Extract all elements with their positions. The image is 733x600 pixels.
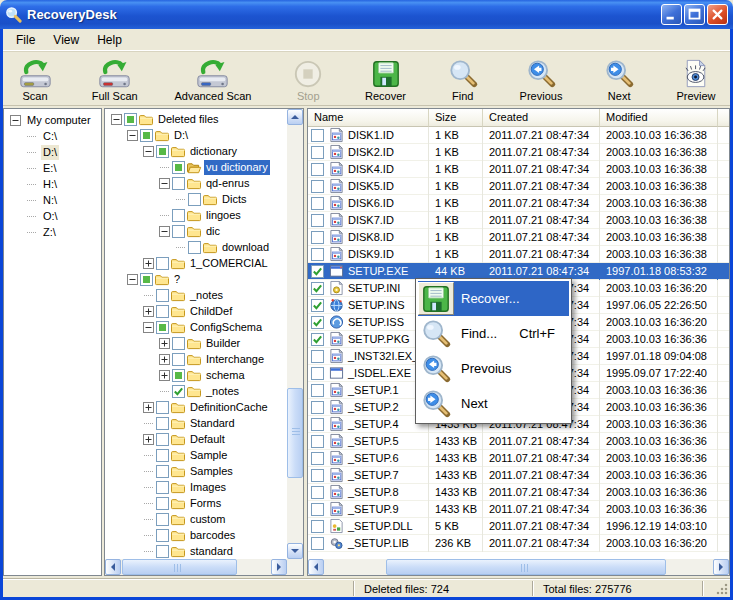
folder-item-standard[interactable]: standard — [105, 543, 287, 559]
folder-item-dictionary[interactable]: dictionary — [105, 143, 287, 159]
folder-item-dicts[interactable]: Dicts — [105, 191, 287, 207]
folder-checkbox[interactable] — [156, 545, 169, 558]
column-header-spacer[interactable] — [718, 109, 729, 127]
folder-checkbox[interactable] — [156, 513, 169, 526]
folder-item-1-comercial[interactable]: 1_COMERCIAL — [105, 255, 287, 271]
drive-item-c[interactable]: C:\ — [4, 128, 101, 144]
folder-checkbox[interactable] — [156, 289, 169, 302]
folder-checkbox[interactable] — [124, 113, 137, 126]
folders-vertical-scrollbar[interactable] — [287, 109, 303, 559]
file-row-disk6-id[interactable]: DISK6.ID1 KB2011.07.21 08:47:342003.10.0… — [308, 195, 729, 212]
context-menu-item-find[interactable]: Find...Ctrl+F — [418, 316, 569, 351]
folder-item-definitioncache[interactable]: DefinitionCache — [105, 399, 287, 415]
folder-item-childdef[interactable]: ChildDef — [105, 303, 287, 319]
folder-checkbox[interactable] — [156, 417, 169, 430]
folder-checkbox[interactable] — [140, 273, 153, 286]
folders-horizontal-scrollbar[interactable] — [105, 559, 287, 575]
file-row-disk2-id[interactable]: DISK2.ID1 KB2011.07.21 08:47:342003.10.0… — [308, 144, 729, 161]
folder-checkbox[interactable] — [172, 337, 185, 350]
folder-checkbox[interactable] — [172, 209, 185, 222]
folder-item-configschema[interactable]: ConfigSchema — [105, 319, 287, 335]
drive-item-e[interactable]: E:\ — [4, 160, 101, 176]
folder-item-standard[interactable]: Standard — [105, 415, 287, 431]
scroll-right-button[interactable] — [713, 559, 729, 575]
file-checkbox[interactable] — [311, 282, 324, 295]
file-checkbox[interactable] — [311, 350, 324, 363]
folder-checkbox[interactable] — [172, 353, 185, 366]
drive-item-o[interactable]: O:\ — [4, 208, 101, 224]
file-checkbox[interactable] — [311, 214, 324, 227]
folder-item-interchange[interactable]: Interchange — [105, 351, 287, 367]
file-checkbox[interactable] — [311, 316, 324, 329]
maximize-button[interactable] — [684, 4, 705, 25]
folder-checkbox[interactable] — [172, 161, 185, 174]
drive-item-n[interactable]: N:\ — [4, 192, 101, 208]
toolbar-button-previous[interactable]: Previous — [520, 56, 563, 102]
folder-item-item[interactable]: ? — [105, 271, 287, 287]
folder-item-default[interactable]: Default — [105, 431, 287, 447]
file-checkbox[interactable] — [311, 418, 324, 431]
folder-checkbox[interactable] — [156, 481, 169, 494]
close-button[interactable] — [707, 4, 728, 25]
folder-checkbox[interactable] — [156, 321, 169, 334]
file-checkbox[interactable] — [311, 435, 324, 448]
folder-item-schema[interactable]: schema — [105, 367, 287, 383]
tree-item-my-computer[interactable]: My computer — [4, 112, 101, 128]
file-checkbox[interactable] — [311, 197, 324, 210]
folder-item-builder[interactable]: Builder — [105, 335, 287, 351]
toolbar-button-next[interactable]: Next — [599, 56, 639, 102]
folder-item-deleted-files[interactable]: Deleted files — [105, 111, 287, 127]
folder-checkbox[interactable] — [172, 225, 185, 238]
folder-checkbox[interactable] — [156, 305, 169, 318]
file-checkbox[interactable] — [311, 129, 324, 142]
folder-checkbox[interactable] — [156, 529, 169, 542]
folder-checkbox[interactable] — [172, 177, 185, 190]
file-row-setup-6[interactable]: _SETUP.61433 KB2011.07.21 08:47:342003.1… — [308, 450, 729, 467]
folder-checkbox[interactable] — [172, 369, 185, 382]
titlebar[interactable]: RecoveryDesk — [0, 0, 733, 29]
scroll-up-button[interactable] — [287, 109, 303, 125]
context-menu-item-next[interactable]: Next — [418, 386, 569, 421]
file-row-disk4-id[interactable]: DISK4.ID1 KB2011.07.21 08:47:342003.10.0… — [308, 161, 729, 178]
menu-file[interactable]: File — [7, 30, 44, 50]
column-header-size[interactable]: Size — [429, 109, 483, 127]
folder-checkbox[interactable] — [172, 385, 185, 398]
file-checkbox[interactable] — [311, 486, 324, 499]
toolbar-button-preview[interactable]: Preview — [676, 56, 716, 102]
folder-item-d[interactable]: D:\ — [105, 127, 287, 143]
folder-checkbox[interactable] — [156, 145, 169, 158]
scrollbar-thumb[interactable] — [287, 388, 303, 478]
column-header-created[interactable]: Created — [483, 109, 600, 127]
file-checkbox[interactable] — [311, 180, 324, 193]
minimize-button[interactable] — [661, 4, 682, 25]
folder-item-images[interactable]: Images — [105, 479, 287, 495]
file-checkbox[interactable] — [311, 265, 324, 278]
file-row-disk9-id[interactable]: DISK9.ID1 KB2011.07.21 08:47:342003.10.0… — [308, 246, 729, 263]
toolbar-button-advanced-scan[interactable]: Advanced Scan — [174, 56, 251, 102]
file-row-setup-7[interactable]: _SETUP.71433 KB2011.07.21 08:47:342003.1… — [308, 467, 729, 484]
column-header-modified[interactable]: Modified — [600, 109, 718, 127]
menu-help[interactable]: Help — [88, 30, 131, 50]
folder-item-lingoes[interactable]: lingoes — [105, 207, 287, 223]
folder-checkbox[interactable] — [156, 449, 169, 462]
file-checkbox[interactable] — [311, 146, 324, 159]
folder-item-sample[interactable]: Sample — [105, 447, 287, 463]
folder-item-samples[interactable]: Samples — [105, 463, 287, 479]
file-checkbox[interactable] — [311, 248, 324, 261]
folder-checkbox[interactable] — [140, 129, 153, 142]
folder-checkbox[interactable] — [188, 241, 201, 254]
toolbar-button-full-scan[interactable]: Full Scan — [92, 56, 138, 102]
scrollbar-thumb[interactable] — [386, 559, 666, 575]
folder-checkbox[interactable] — [156, 257, 169, 270]
toolbar-button-recover[interactable]: Recover — [365, 56, 406, 102]
toolbar-button-scan[interactable]: Scan — [15, 56, 55, 102]
scroll-left-button[interactable] — [308, 559, 324, 575]
folder-item-vu-dictionary[interactable]: vu dictionary — [105, 159, 287, 175]
file-row-setup-dll[interactable]: _SETUP.DLL5 KB2011.07.21 08:47:341996.12… — [308, 518, 729, 535]
file-checkbox[interactable] — [311, 503, 324, 516]
files-horizontal-scrollbar[interactable] — [308, 559, 729, 575]
file-row-disk1-id[interactable]: DISK1.ID1 KB2011.07.21 08:47:342003.10.0… — [308, 127, 729, 144]
folder-item-qd-enrus[interactable]: qd-enrus — [105, 175, 287, 191]
context-menu-item-prevoius[interactable]: Prevoius — [418, 351, 569, 386]
drive-item-z[interactable]: Z:\ — [4, 224, 101, 240]
